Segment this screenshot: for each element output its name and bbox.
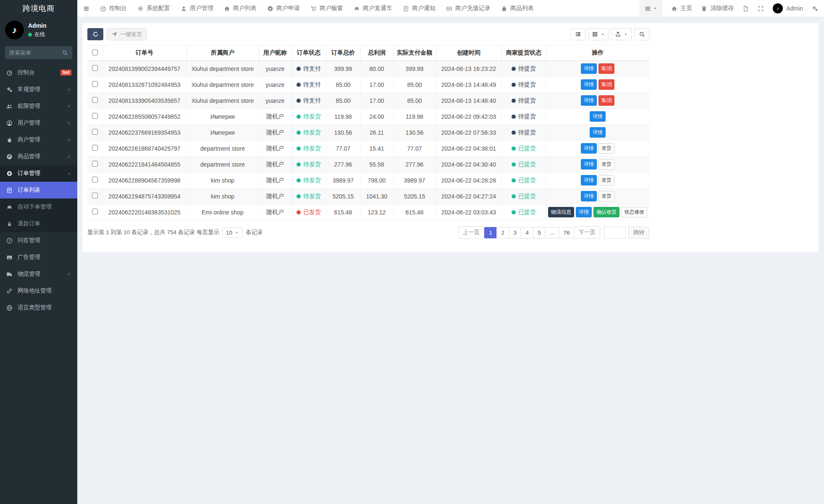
gear-icon[interactable] [812,5,818,12]
nav-item-merchant-apply[interactable]: 商户申请 [267,5,300,12]
app-root: 跨境电商 ♪ Admin 在线 控制台hot常规管理权限管理用户管理商户管理P商… [0,0,824,504]
detail-button[interactable]: 详情 [576,207,592,217]
confirm-button[interactable]: 确认收货 [593,207,619,217]
nav-item-merchant-window[interactable]: 商户橱窗 [310,5,343,12]
detail-button[interactable]: 详情 [581,143,597,154]
sidebar-item-console[interactable]: 控制台hot [0,64,77,81]
row-checkbox[interactable] [92,65,98,71]
logistics-button[interactable]: 物流信息 [548,207,574,217]
fullscreen-icon[interactable] [758,5,764,12]
row-checkbox[interactable] [92,209,98,214]
nav-clear-cache[interactable]: 清除缓存 [701,5,734,12]
sidebar-item-product[interactable]: P商品管理 [0,148,77,165]
sidebar-item-user[interactable]: 用户管理 [0,115,77,131]
table-row: 2024062294875743359954kim shop随机户待发货5205… [87,188,649,204]
row-checkbox[interactable] [92,177,98,183]
ship-all-button[interactable]: 一键发货 [107,28,147,40]
page-3[interactable]: 3 [509,227,521,238]
refresh-button[interactable] [87,28,103,40]
sidebar-item-order[interactable]: 订单管理 [0,165,77,182]
admin-dropdown[interactable]: ♪ Admin [773,3,803,13]
sidebar-item-qa[interactable]: ?问答管理 [0,232,77,249]
nav-menu-toggle[interactable] [640,0,662,17]
cell-order-no: 2024062285508057449852 [102,109,186,125]
sidebar-item-logistics[interactable]: 物流管理 [0,266,77,282]
status-dot-icon [512,210,516,214]
nav-item-user-management[interactable]: 用户管理 [181,5,213,12]
select-all-checkbox[interactable] [92,50,98,55]
status-dot-icon [512,146,516,151]
row-checkbox[interactable] [92,129,98,135]
modify-button[interactable]: 状态修改 [621,207,647,217]
ship-all-label: 一键发货 [120,31,142,38]
content-area: 一键发货 [77,17,824,504]
detail-button[interactable]: 详情 [581,79,597,90]
page-size-dropdown[interactable]: 10 [222,227,243,238]
page-1[interactable]: 1 [484,227,497,238]
page-2[interactable]: 2 [496,227,509,238]
nav-item-merchant-notice[interactable]: 商户通知 [403,5,436,12]
cancel-button[interactable]: 取消 [598,79,614,90]
cell-created: 2024-06-22 07:56:33 [436,125,501,141]
sidebar-item-permission[interactable]: 权限管理 [0,98,77,115]
row-checkbox[interactable] [92,193,98,198]
sidebar-item-auto-order[interactable]: 自动下单管理 [0,198,77,215]
hamburger-icon[interactable] [83,5,89,12]
sidebar-item-network-address[interactable]: 网络地址管理 [0,282,77,299]
ship-button[interactable]: 发货 [598,143,614,154]
row-checkbox[interactable] [92,161,98,167]
sidebar-item-ad[interactable]: 广告管理 [0,249,77,266]
jump-button[interactable]: 跳转 [628,227,649,239]
ship-button[interactable]: 发货 [598,159,614,170]
cancel-button[interactable]: 取消 [598,63,614,74]
detail-view-button[interactable] [570,28,585,40]
detail-button[interactable]: 详情 [581,63,597,74]
next-page-button[interactable]: 下一页 [574,226,601,239]
columns-button[interactable] [588,28,609,40]
cell-checkbox [87,188,102,204]
cell-nickname: 随机户 [259,141,291,157]
cell-created: 2024-08-13 16:23:22 [436,61,501,77]
page-ellipsis[interactable]: ... [545,227,559,238]
detail-button[interactable]: 详情 [581,95,597,106]
search-toggle-button[interactable] [634,28,649,40]
sidebar-item-order-list[interactable]: 订单列表 [0,182,77,198]
cell-nickname: 随机户 [259,204,291,220]
detail-button[interactable]: 详情 [590,111,606,122]
prev-page-button[interactable]: 上一页 [458,226,485,239]
cell-pickup: 已提货 [501,141,546,157]
sidebar-item-language-type[interactable]: 语言类型管理 [0,299,77,316]
detail-button[interactable]: 详情 [581,175,597,185]
sidebar-item-general[interactable]: 常规管理 [0,81,77,98]
nav-item-merchant-express[interactable]: 商户直通车 [354,5,392,12]
nav-item-console[interactable]: 控制台 [100,5,127,12]
cell-checkbox [87,61,102,77]
detail-button[interactable]: 详情 [590,127,606,138]
page-4[interactable]: 4 [521,227,533,238]
detail-button[interactable]: 详情 [581,191,597,201]
jump-page-input[interactable] [604,227,626,239]
nav-item-merchant-list[interactable]: 商户列表 [224,5,257,12]
ship-button[interactable]: 发货 [598,191,614,201]
row-checkbox[interactable] [92,97,98,103]
sidebar-item-refund-order[interactable]: 退款订单 [0,215,77,232]
nav-item-product-list[interactable]: 商品列表 [501,5,534,12]
row-checkbox[interactable] [92,145,98,151]
sidebar-item-merchant[interactable]: 商户管理 [0,131,77,148]
nav-item-system-config[interactable]: 系统配置 [137,5,170,12]
cell-merchant: kim shop [186,188,259,204]
cancel-button[interactable]: 取消 [598,95,614,106]
row-checkbox[interactable] [92,113,98,119]
export-button[interactable] [611,28,632,40]
page-76[interactable]: 76 [559,227,574,238]
nav-home[interactable]: 主页 [671,5,692,12]
ship-button[interactable]: 发货 [598,175,614,185]
menu-search-input[interactable] [9,50,58,56]
cell-merchant: Emi online shop [186,204,259,220]
nav-item-merchant-recharge[interactable]: 商户充值记录 [446,5,491,12]
pickup-status: 已提货 [512,193,536,200]
file-icon[interactable] [743,5,749,12]
row-checkbox[interactable] [92,81,98,87]
detail-button[interactable]: 详情 [581,159,597,170]
page-5[interactable]: 5 [533,227,546,238]
